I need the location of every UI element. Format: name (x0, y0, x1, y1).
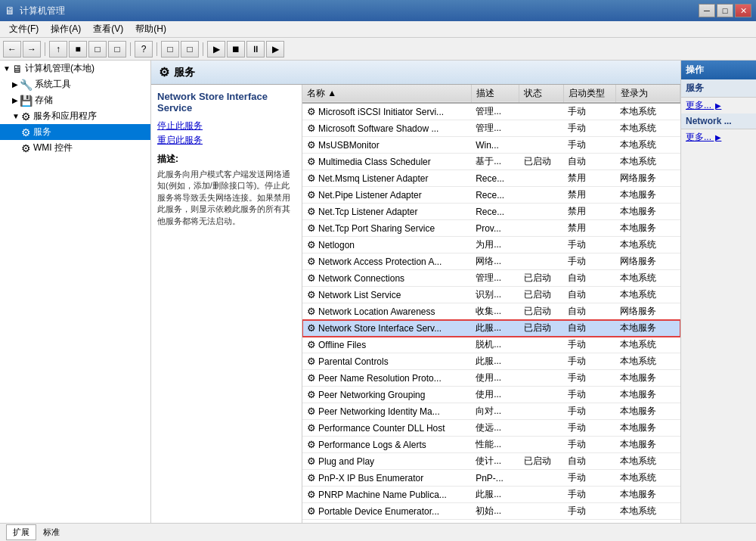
table-row[interactable]: ⚙Offline Files脱机...手动本地系统 (302, 337, 680, 353)
desc-label: 描述: (157, 153, 296, 166)
table-row[interactable]: ⚙Performance Counter DLL Host使远...手动本地服务 (302, 420, 680, 437)
table-row[interactable]: ⚙PnP-X IP Bus EnumeratorPnP-...手动本地系统 (302, 470, 680, 487)
pause-button[interactable]: ⏸ (246, 41, 265, 58)
table-row[interactable]: ⚙Peer Name Resolution Proto...使用...手动本地服… (302, 370, 680, 387)
table-row[interactable]: ⚙Peer Networking Grouping使用...手动本地服务 (302, 387, 680, 403)
help-button[interactable]: ? (135, 41, 153, 58)
table-row[interactable]: ⚙Microsoft iSCSI Initiator Servi...管理...… (302, 103, 680, 120)
service-login-cell: 本地服务 (615, 437, 680, 453)
tree-root[interactable]: ▼ 🖥 计算机管理(本地) (0, 61, 150, 76)
table-row[interactable]: ⚙Netlogon为用...手动本地系统 (302, 237, 680, 253)
minimize-button[interactable]: ─ (699, 4, 715, 17)
view-button[interactable]: □ (181, 41, 199, 58)
service-startup-cell: 手动 (563, 403, 615, 420)
table-row[interactable]: ⚙Network Access Protection A...网络...手动网络… (302, 253, 680, 270)
service-startup-cell: 自动 (563, 287, 615, 303)
table-row[interactable]: ⚙Microsoft Software Shadow ...管理...手动本地系… (302, 120, 680, 137)
table-row[interactable]: ⚙Plug and Play使计...已启动自动本地系统 (302, 453, 680, 470)
tree-wmi[interactable]: ⚙ WMI 控件 (0, 140, 150, 156)
services-apps-icon: ⚙ (21, 110, 31, 123)
service-row-icon: ⚙ (307, 472, 316, 483)
play-button[interactable]: ▶ (207, 41, 225, 58)
service-desc-cell: 基于... (471, 154, 519, 170)
right-panel-services-more[interactable]: 更多... ▶ (681, 98, 756, 113)
tree-arrow-system: ▶ (12, 80, 18, 89)
table-row[interactable]: ⚙Net.Tcp Listener AdapterRece...禁用本地服务 (302, 204, 680, 220)
tree-services[interactable]: ⚙ 服务 (0, 124, 150, 140)
service-name-cell: ⚙Netlogon (302, 237, 471, 253)
col-header-login[interactable]: 登录为 (615, 85, 680, 103)
service-status-cell (519, 387, 563, 403)
table-row[interactable]: ⚙Network Connections管理...已启动自动本地系统 (302, 270, 680, 287)
menu-view[interactable]: 查看(V) (87, 21, 129, 37)
window-controls[interactable]: ─ □ ✕ (699, 4, 751, 17)
menu-help[interactable]: 帮助(H) (129, 21, 172, 37)
toolbar-sep-4 (203, 42, 203, 56)
service-desc-cell: 网络... (471, 253, 519, 270)
service-row-icon: ⚙ (307, 289, 316, 300)
service-desc-cell: Prov... (471, 220, 519, 237)
show-button2[interactable]: □ (88, 41, 107, 58)
services-table: 名称 ▲ 描述 状态 启动类型 登录为 ⚙Microsoft iSCSI Ini… (302, 85, 680, 520)
service-login-cell: 本地服务 (615, 320, 680, 337)
service-login-cell: 本地服务 (615, 403, 680, 420)
services-list[interactable]: 名称 ▲ 描述 状态 启动类型 登录为 ⚙Microsoft iSCSI Ini… (302, 85, 680, 523)
tree-services-apps[interactable]: ▼ ⚙ 服务和应用程序 (0, 108, 150, 124)
service-startup-cell: 禁用 (563, 170, 615, 187)
service-login-cell: 本地服务 (615, 387, 680, 403)
up-button[interactable]: ↑ (49, 41, 67, 58)
table-row[interactable]: ⚙PNRP Machine Name Publica...此服...手动本地服务 (302, 487, 680, 503)
menu-action[interactable]: 操作(A) (45, 21, 87, 37)
service-desc-cell: Win... (471, 137, 519, 154)
col-header-status[interactable]: 状态 (519, 85, 563, 103)
show-button3[interactable]: □ (108, 41, 126, 58)
col-header-name[interactable]: 名称 ▲ (302, 85, 471, 103)
show-hide-button[interactable]: ■ (69, 41, 87, 58)
restart-button[interactable]: ▶ (266, 41, 284, 58)
tab-expand[interactable]: 扩展 (6, 524, 36, 540)
service-name-cell: ⚙PNRP Machine Name Publica... (302, 487, 471, 503)
stop-service-link[interactable]: 停止此服务 (157, 120, 296, 132)
table-row[interactable]: ⚙Net.Pipe Listener AdapterRece...禁用本地服务 (302, 187, 680, 204)
forward-button[interactable]: → (23, 41, 41, 58)
table-row[interactable]: ⚙Network Location Awareness收集...已启动自动网络服… (302, 303, 680, 320)
service-row-icon: ⚙ (307, 439, 316, 450)
table-row[interactable]: ⚙Parental Controls此服...手动本地系统 (302, 353, 680, 370)
service-row-icon: ⚙ (307, 123, 316, 134)
table-row[interactable]: ⚙Multimedia Class Scheduler基于...已启动自动本地系… (302, 154, 680, 170)
service-login-cell: 本地系统 (615, 470, 680, 487)
service-desc-cell: 管理... (471, 120, 519, 137)
stop-button[interactable]: ⏹ (227, 41, 245, 58)
table-row[interactable]: ⚙Network Store Interface Serv...此服...已启动… (302, 320, 680, 337)
close-button[interactable]: ✕ (735, 4, 751, 17)
table-row[interactable]: ⚙MsUSBMonitorWin...手动本地系统 (302, 137, 680, 154)
table-row[interactable]: ⚙Net.Msmq Listener AdapterRece...禁用网络服务 (302, 170, 680, 187)
maximize-button[interactable]: □ (717, 4, 733, 17)
tree-system-tools[interactable]: ▶ 🔧 系统工具 (0, 76, 150, 92)
right-panel-network-more[interactable]: 更多... ▶ (681, 129, 756, 145)
service-status-cell (519, 403, 563, 420)
table-row[interactable]: ⚙Portable Device Enumerator...初始...手动本地系… (302, 503, 680, 520)
service-desc-cell: 收集... (471, 303, 519, 320)
export-button[interactable]: □ (161, 41, 179, 58)
tab-standard[interactable]: 标准 (36, 524, 67, 540)
menu-file[interactable]: 文件(F) (3, 21, 45, 37)
restart-service-link[interactable]: 重启此服务 (157, 134, 296, 147)
computer-icon: 🖥 (12, 63, 23, 75)
col-header-desc[interactable]: 描述 (471, 85, 519, 103)
back-button[interactable]: ← (3, 41, 21, 58)
tree-wmi-label: WMI 控件 (33, 141, 73, 154)
col-header-startup[interactable]: 启动类型 (563, 85, 615, 103)
content-area: Network Store Interface Service 停止此服务 重启… (151, 85, 680, 523)
table-row[interactable]: ⚙Network List Service识别...已启动自动本地系统 (302, 287, 680, 303)
app-icon: 🖥 (5, 5, 15, 17)
service-row-icon: ⚙ (307, 256, 316, 267)
table-row[interactable]: ⚙Performance Logs & Alerts性能...手动本地服务 (302, 437, 680, 453)
table-row[interactable]: ⚙Peer Networking Identity Ma...向对...手动本地… (302, 403, 680, 420)
tree-storage[interactable]: ▶ 💾 存储 (0, 92, 150, 108)
service-status-cell: 已启动 (519, 320, 563, 337)
service-login-cell: 本地服务 (615, 420, 680, 437)
table-row[interactable]: ⚙Net.Tcp Port Sharing ServiceProv...禁用本地… (302, 220, 680, 237)
service-status-cell (519, 487, 563, 503)
service-description: 此服务向用户模式客户端发送网络通知(例如，添加/删除接口等)。停止此服务将导致丢… (157, 169, 296, 227)
